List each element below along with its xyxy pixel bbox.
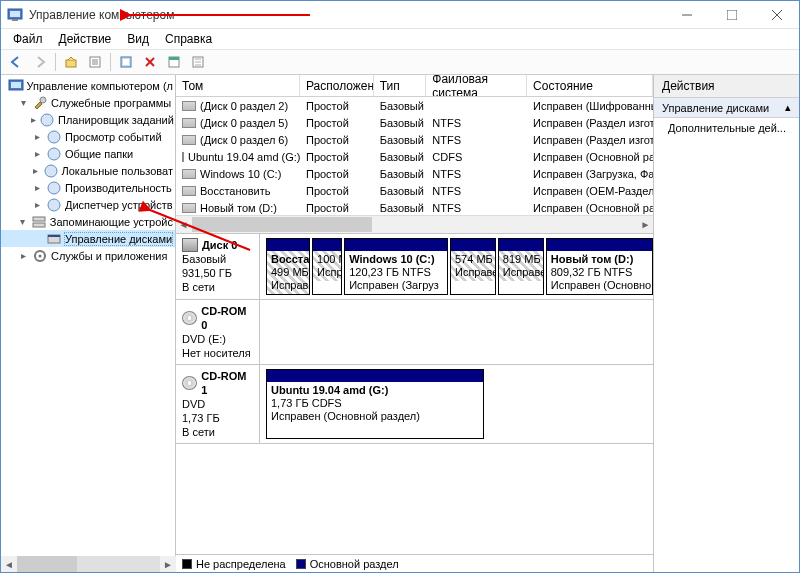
svg-rect-7 xyxy=(66,60,76,67)
tree-util-1[interactable]: ▸Просмотр событий xyxy=(1,128,175,145)
volume-hscroll[interactable]: ◄ ► xyxy=(176,215,653,233)
expander-icon[interactable]: ▸ xyxy=(31,199,43,210)
tree-node-icon xyxy=(46,197,62,213)
volume-row[interactable]: (Диск 0 раздел 5)ПростойБазовыйNTFSИспра… xyxy=(176,114,653,131)
tree-utilities[interactable]: ▾Служебные программы xyxy=(1,94,175,111)
expander-icon[interactable]: ▸ xyxy=(31,182,43,193)
disk-row[interactable]: CD-ROM 0DVD (E:)Нет носителя xyxy=(176,300,653,365)
expander-icon[interactable]: ▸ xyxy=(31,165,40,176)
menu-view[interactable]: Вид xyxy=(119,30,157,48)
tree-util-4[interactable]: ▸Производительность xyxy=(1,179,175,196)
tree-node-icon xyxy=(46,129,62,145)
scroll-thumb[interactable] xyxy=(192,217,372,232)
disk-info: CD-ROM 1DVD1,73 ГБВ сети xyxy=(176,365,260,443)
tree-util-2[interactable]: ▸Общие папки xyxy=(1,145,175,162)
list-icon[interactable] xyxy=(187,51,209,73)
partition[interactable]: 100 МИспр xyxy=(312,238,342,295)
actions-title: Действия xyxy=(654,75,799,98)
tree-util-5[interactable]: ▸Диспетчер устройств xyxy=(1,196,175,213)
tree-node-icon xyxy=(39,112,55,128)
expander-icon[interactable]: ▸ xyxy=(31,131,43,142)
disk-row[interactable]: Диск 0Базовый931,50 ГБВ сетиВосстан499 М… xyxy=(176,234,653,300)
tree-util-0[interactable]: ▸Планировщик заданий xyxy=(1,111,175,128)
volume-icon xyxy=(182,203,196,213)
legend-item: Основной раздел xyxy=(296,558,399,570)
chevron-up-icon: ▴ xyxy=(785,101,791,114)
tree-node-icon xyxy=(46,231,62,247)
volume-row[interactable]: Ubuntu 19.04 amd (G:)ПростойБазовыйCDFSИ… xyxy=(176,148,653,165)
tree-node-icon xyxy=(31,214,47,230)
partition[interactable]: Ubuntu 19.04 amd (G:)1,73 ГБ CDFSИсправе… xyxy=(266,369,484,439)
expander-icon[interactable]: ▾ xyxy=(17,216,28,227)
col-header[interactable]: Файловая система xyxy=(426,75,527,96)
volume-icon xyxy=(182,169,196,179)
disk-map[interactable]: Диск 0Базовый931,50 ГБВ сетиВосстан499 М… xyxy=(176,233,653,554)
expander-icon[interactable]: ▸ xyxy=(17,250,29,261)
delete-button[interactable] xyxy=(139,51,161,73)
svg-rect-17 xyxy=(169,57,179,60)
up-button[interactable] xyxy=(60,51,82,73)
close-button[interactable] xyxy=(754,1,799,29)
partition[interactable]: Новый том (D:)809,32 ГБ NTFSИсправен (Ос… xyxy=(546,238,653,295)
tree-util-3[interactable]: ▸Локальные пользоват xyxy=(1,162,175,179)
window-title: Управление компьютером xyxy=(29,8,664,22)
scroll-right-icon[interactable]: ► xyxy=(638,217,653,232)
back-button[interactable] xyxy=(5,51,27,73)
cd-icon xyxy=(182,311,197,325)
maximize-button[interactable] xyxy=(709,1,754,29)
scroll-left-icon[interactable]: ◄ xyxy=(176,217,191,232)
partition[interactable]: Восстан499 МБИсправ xyxy=(266,238,310,295)
disk-row[interactable]: CD-ROM 1DVD1,73 ГБВ сетиUbuntu 19.04 amd… xyxy=(176,365,653,444)
svg-rect-2 xyxy=(12,19,18,21)
tree-storage[interactable]: ▾Запоминающие устройс xyxy=(1,213,175,230)
volume-row[interactable]: Windows 10 (C:)ПростойБазовыйNTFSИсправе… xyxy=(176,165,653,182)
forward-button[interactable] xyxy=(29,51,51,73)
actions-group[interactable]: Управление дисками ▴ xyxy=(654,98,799,118)
volume-row[interactable]: Новый том (D:)ПростойБазовыйNTFSИсправен… xyxy=(176,199,653,215)
partition[interactable]: 574 МБ ТИсправе xyxy=(450,238,496,295)
tree-node-icon xyxy=(8,78,24,94)
tree-disk-management[interactable]: Управление дисками xyxy=(1,230,175,247)
volume-row[interactable]: (Диск 0 раздел 6)ПростойБазовыйNTFSИспра… xyxy=(176,131,653,148)
tree-node-icon xyxy=(46,146,62,162)
actions-more[interactable]: Дополнительные дей... xyxy=(654,118,799,138)
menu-action[interactable]: Действие xyxy=(51,30,120,48)
expander-icon[interactable]: ▸ xyxy=(31,114,36,125)
partition[interactable]: 819 МБ NИсправе xyxy=(498,238,544,295)
properties-button[interactable] xyxy=(84,51,106,73)
minimize-button[interactable] xyxy=(664,1,709,29)
volume-icon xyxy=(182,135,196,145)
volume-icon xyxy=(182,101,196,111)
disk-icon xyxy=(182,238,198,252)
svg-point-25 xyxy=(41,114,53,126)
svg-rect-13 xyxy=(123,59,129,65)
volume-row[interactable]: ВосстановитьПростойБазовыйNTFSИсправен (… xyxy=(176,182,653,199)
sheet-button[interactable] xyxy=(163,51,185,73)
volume-icon xyxy=(182,118,196,128)
expander-icon[interactable]: ▾ xyxy=(17,97,29,108)
tree-node-icon xyxy=(43,163,59,179)
refresh-button[interactable] xyxy=(115,51,137,73)
app-icon xyxy=(7,7,23,23)
nav-tree[interactable]: Управление компьютером (л▾Служебные прог… xyxy=(1,75,176,572)
tree-hscroll[interactable]: ◄► xyxy=(1,556,176,572)
legend: Не распределенаОсновной раздел xyxy=(176,554,653,572)
volume-icon xyxy=(182,152,184,162)
tree-services[interactable]: ▸Службы и приложения xyxy=(1,247,175,264)
volume-row[interactable]: (Диск 0 раздел 2)ПростойБазовыйИсправен … xyxy=(176,97,653,114)
expander-icon[interactable]: ▸ xyxy=(31,148,43,159)
col-header[interactable]: Состояние xyxy=(527,75,653,96)
menu-file[interactable]: Файл xyxy=(5,30,51,48)
volume-list[interactable]: ТомРасположениеТипФайловая системаСостоя… xyxy=(176,75,653,215)
col-header[interactable]: Расположение xyxy=(300,75,374,96)
col-header[interactable]: Том xyxy=(176,75,300,96)
tree-root[interactable]: Управление компьютером (л xyxy=(1,77,175,94)
svg-point-26 xyxy=(48,131,60,143)
menubar: Файл Действие Вид Справка xyxy=(1,29,799,49)
titlebar: Управление компьютером xyxy=(1,1,799,29)
partition[interactable]: Windows 10 (C:)120,23 ГБ NTFSИсправен (З… xyxy=(344,238,448,295)
toolbar xyxy=(1,49,799,75)
tree-node-icon xyxy=(46,180,62,196)
col-header[interactable]: Тип xyxy=(374,75,427,96)
menu-help[interactable]: Справка xyxy=(157,30,220,48)
